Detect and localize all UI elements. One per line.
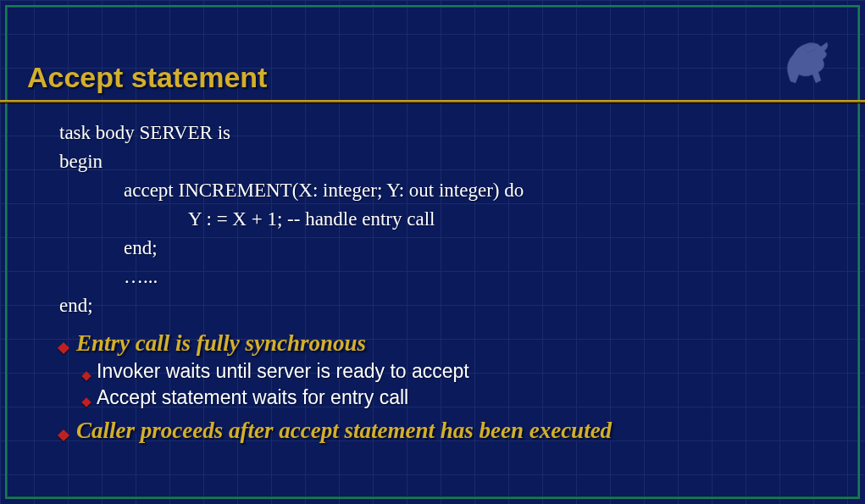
diamond-bullet-icon	[81, 372, 91, 381]
bullet-level-1: Caller proceeds after accept statement h…	[59, 418, 840, 444]
code-block: task body SERVER is begin accept INCREME…	[59, 119, 840, 320]
bullet-level-1: Entry call is fully synchronous	[59, 330, 840, 357]
code-line: Y : = X + 1; -- handle entry call	[59, 205, 840, 234]
diamond-bullet-icon	[58, 342, 69, 354]
bullet-text: Invoker waits until server is ready to a…	[97, 360, 469, 383]
bullet-text: Caller proceeds after accept statement h…	[76, 418, 612, 444]
code-line: end;	[59, 234, 840, 263]
diamond-bullet-icon	[58, 429, 69, 441]
bullet-text: Entry call is fully synchronous	[76, 330, 366, 357]
code-line: end;	[59, 291, 840, 320]
code-line: begin	[59, 147, 840, 176]
slide-content: task body SERVER is begin accept INCREME…	[59, 119, 840, 444]
diamond-bullet-icon	[81, 398, 91, 407]
bullet-level-2: Invoker waits until server is ready to a…	[83, 360, 840, 383]
bullet-text: Accept statement waits for entry call	[97, 386, 408, 409]
bullet-level-2: Accept statement waits for entry call	[83, 386, 840, 409]
griffin-logo	[780, 34, 840, 93]
bullet-list: Entry call is fully synchronous Invoker …	[59, 330, 840, 444]
code-line: …...	[59, 263, 840, 291]
code-line: accept INCREMENT(X: integer; Y: out inte…	[59, 176, 840, 205]
slide-title: Accept statement	[27, 61, 267, 94]
code-line: task body SERVER is	[59, 119, 840, 147]
title-rule	[0, 100, 865, 102]
